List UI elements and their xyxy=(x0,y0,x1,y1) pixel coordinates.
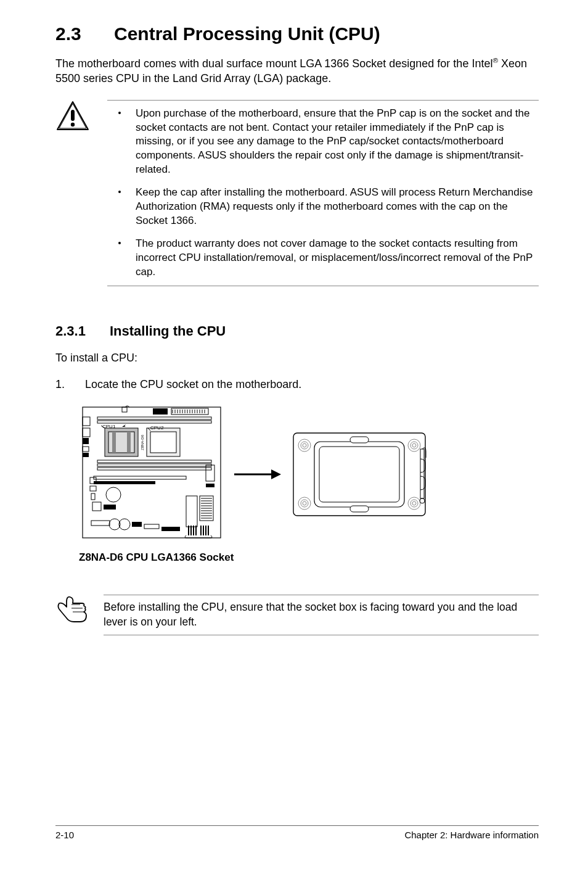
section-title: Central Processing Unit (CPU) xyxy=(114,23,380,44)
svg-rect-29 xyxy=(112,432,116,453)
step-1: 1. Locate the CPU socket on the motherbo… xyxy=(55,377,539,392)
warning-item: The product warranty does not cover dama… xyxy=(107,237,539,279)
subsection-title: Installing the CPU xyxy=(110,323,226,339)
svg-rect-30 xyxy=(127,432,131,453)
svg-rect-92 xyxy=(420,449,424,498)
svg-point-1 xyxy=(71,122,75,126)
warning-item: Keep the cap after installing the mother… xyxy=(107,186,539,228)
tip-text: Before installing the CPU, ensure that t… xyxy=(104,600,539,629)
chapter-label: Chapter 2: Hardware information xyxy=(404,830,539,840)
page-number: 2-10 xyxy=(55,830,74,840)
svg-rect-4 xyxy=(153,408,168,415)
arrow-icon xyxy=(233,462,282,487)
step-number: 1. xyxy=(55,377,65,392)
svg-rect-33 xyxy=(150,432,176,453)
cpu1-label: CPU1 xyxy=(102,424,116,429)
registered-mark: ® xyxy=(492,56,498,64)
warning-block: Upon purchase of the motherboard, ensure… xyxy=(55,100,539,292)
svg-rect-90 xyxy=(350,437,369,443)
svg-rect-0 xyxy=(71,110,75,121)
step-text: Locate the CPU socket on the motherboard… xyxy=(85,378,301,390)
warning-list: Upon purchase of the motherboard, ensure… xyxy=(107,107,539,279)
cpu-socket-diagram xyxy=(288,428,430,521)
svg-rect-44 xyxy=(104,505,116,510)
diagram-row: CPU1 CPU2 Z8NA-D6 xyxy=(79,403,539,545)
svg-rect-91 xyxy=(350,506,369,512)
svg-rect-49 xyxy=(132,522,142,527)
diagram-caption: Z8NA-D6 CPU LGA1366 Socket xyxy=(79,551,539,564)
svg-rect-39 xyxy=(94,481,155,484)
svg-rect-75 xyxy=(293,433,425,516)
svg-rect-22 xyxy=(83,438,89,444)
warning-text: The product warranty does not cover dama… xyxy=(136,237,533,278)
warning-item: Upon purchase of the motherboard, ensure… xyxy=(107,107,539,178)
svg-rect-24 xyxy=(83,453,89,457)
warning-text: Keep the cap after installing the mother… xyxy=(136,186,533,226)
subsection-number: 2.3.1 xyxy=(55,323,110,339)
svg-rect-51 xyxy=(161,527,180,531)
intro-pre: The motherboard comes with dual surface … xyxy=(55,57,492,70)
warning-text: Upon purchase of the motherboard, ensure… xyxy=(136,107,530,176)
hand-icon xyxy=(55,595,90,625)
cpu2-label: CPU2 xyxy=(150,425,164,431)
warning-icon xyxy=(55,100,90,132)
lead-text: To install a CPU: xyxy=(55,350,539,366)
tip-block: Before installing the CPU, ensure that t… xyxy=(55,595,539,640)
board-label: Z8NA-D6 xyxy=(141,435,144,451)
section-number: 2.3 xyxy=(55,23,114,44)
page-footer: 2-10 Chapter 2: Hardware information xyxy=(55,825,539,840)
motherboard-diagram: CPU1 CPU2 Z8NA-D6 xyxy=(79,403,227,545)
section-heading: 2.3Central Processing Unit (CPU) xyxy=(55,23,539,44)
intro-paragraph: The motherboard comes with dual surface … xyxy=(55,56,539,86)
svg-marker-74 xyxy=(271,469,281,479)
subsection-heading: 2.3.1Installing the CPU xyxy=(55,323,539,339)
svg-rect-53 xyxy=(206,484,214,487)
